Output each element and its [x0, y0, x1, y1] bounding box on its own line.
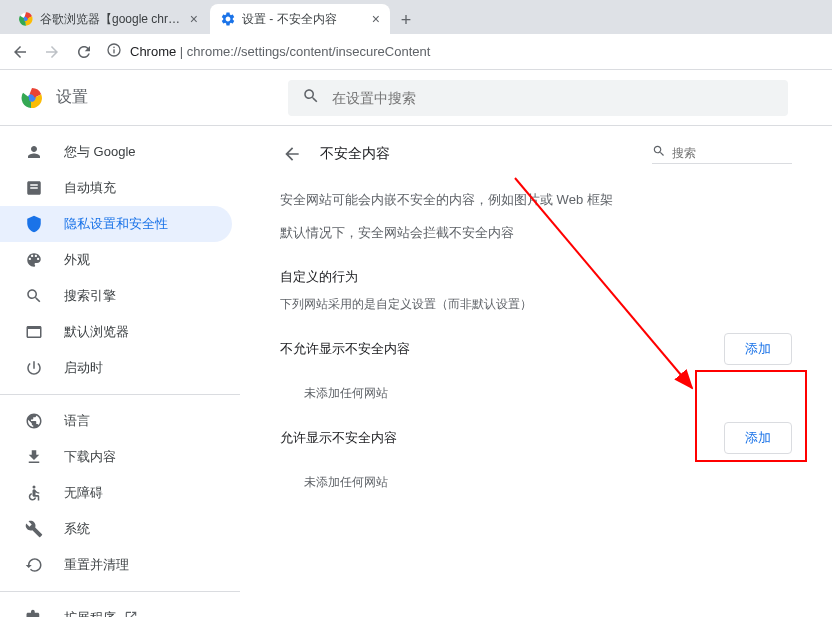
- tab-title: 设置 - 不安全内容: [242, 11, 366, 28]
- tab-title: 谷歌浏览器【google chrome】: [40, 11, 184, 28]
- block-empty-text: 未添加任何网站: [304, 385, 792, 402]
- content-search-input[interactable]: [672, 146, 792, 160]
- main-content: 不安全内容 安全网站可能会内嵌不安全的内容，例如图片或 Web 框架 默认情况下…: [240, 126, 832, 617]
- sidebar-item-label: 自动填充: [64, 179, 116, 197]
- allow-label: 允许显示不安全内容: [280, 429, 397, 447]
- search-icon: [652, 144, 666, 161]
- description-1: 安全网站可能会内嵌不安全的内容，例如图片或 Web 框架: [280, 190, 792, 211]
- sidebar-item-label: 下载内容: [64, 448, 116, 466]
- sidebar-item-reset[interactable]: 重置并清理: [0, 547, 232, 583]
- sidebar-item-label: 重置并清理: [64, 556, 129, 574]
- toolbar: Chrome | chrome://settings/content/insec…: [0, 34, 832, 70]
- globe-icon: [24, 411, 44, 431]
- chrome-icon: [18, 11, 34, 27]
- search-icon: [302, 87, 320, 108]
- svg-point-7: [33, 486, 36, 489]
- omnibox[interactable]: Chrome | chrome://settings/content/insec…: [106, 38, 822, 66]
- close-icon[interactable]: ×: [372, 11, 380, 27]
- power-icon: [24, 358, 44, 378]
- svg-point-3: [113, 47, 115, 49]
- tab-2[interactable]: 设置 - 不安全内容 ×: [210, 4, 390, 34]
- sidebar-item-accessibility[interactable]: 无障碍: [0, 475, 232, 511]
- page-title: 设置: [56, 87, 88, 108]
- sidebar-item-label: 启动时: [64, 359, 103, 377]
- shield-icon: [24, 214, 44, 234]
- sidebar-item-autofill[interactable]: 自动填充: [0, 170, 232, 206]
- wrench-icon: [24, 519, 44, 539]
- sidebar-item-label: 扩展程序: [64, 609, 116, 617]
- gear-icon: [220, 11, 236, 27]
- content-search[interactable]: [652, 144, 792, 164]
- sidebar-item-label: 语言: [64, 412, 90, 430]
- sidebar-item-label: 外观: [64, 251, 90, 269]
- divider: [0, 591, 240, 592]
- sidebar: 您与 Google自动填充隐私设置和安全性外观搜索引擎默认浏览器启动时 语言下载…: [0, 126, 240, 617]
- sidebar-item-label: 系统: [64, 520, 90, 538]
- add-allow-button[interactable]: 添加: [724, 422, 792, 454]
- external-link-icon: [124, 610, 138, 618]
- divider: [0, 394, 240, 395]
- reload-button[interactable]: [70, 38, 98, 66]
- omnibox-host: Chrome: [130, 44, 176, 59]
- chrome-logo-icon: [20, 86, 44, 110]
- custom-section-title: 自定义的行为: [280, 268, 792, 286]
- tab-bar: 谷歌浏览器【google chrome】 × 设置 - 不安全内容 × +: [0, 0, 832, 34]
- sidebar-item-search-engine[interactable]: 搜索引擎: [0, 278, 232, 314]
- palette-icon: [24, 250, 44, 270]
- tab-1[interactable]: 谷歌浏览器【google chrome】 ×: [8, 4, 208, 34]
- site-info-icon[interactable]: [106, 42, 122, 61]
- sidebar-item-system[interactable]: 系统: [0, 511, 232, 547]
- back-button[interactable]: [6, 38, 34, 66]
- header-search-input[interactable]: [332, 90, 774, 106]
- accessibility-icon: [24, 483, 44, 503]
- description-2: 默认情况下，安全网站会拦截不安全内容: [280, 223, 792, 244]
- sidebar-item-default-browser[interactable]: 默认浏览器: [0, 314, 232, 350]
- forward-button[interactable]: [38, 38, 66, 66]
- restore-icon: [24, 555, 44, 575]
- autofill-icon: [24, 178, 44, 198]
- person-icon: [24, 142, 44, 162]
- app-header: 设置: [0, 70, 832, 126]
- sidebar-item-you-google[interactable]: 您与 Google: [0, 134, 232, 170]
- download-icon: [24, 447, 44, 467]
- extension-icon: [24, 608, 44, 617]
- sidebar-item-downloads[interactable]: 下载内容: [0, 439, 232, 475]
- sidebar-item-startup[interactable]: 启动时: [0, 350, 232, 386]
- header-search[interactable]: [288, 80, 788, 116]
- search-icon: [24, 286, 44, 306]
- sidebar-item-extensions[interactable]: 扩展程序: [0, 600, 232, 617]
- svg-rect-4: [113, 49, 114, 53]
- omnibox-url: chrome://settings/content/insecureConten…: [187, 44, 431, 59]
- sidebar-item-label: 您与 Google: [64, 143, 136, 161]
- sidebar-item-appearance[interactable]: 外观: [0, 242, 232, 278]
- sidebar-item-privacy[interactable]: 隐私设置和安全性: [0, 206, 232, 242]
- allow-empty-text: 未添加任何网站: [304, 474, 792, 491]
- sidebar-item-language[interactable]: 语言: [0, 403, 232, 439]
- block-label: 不允许显示不安全内容: [280, 340, 410, 358]
- new-tab-button[interactable]: +: [392, 6, 420, 34]
- sidebar-item-label: 隐私设置和安全性: [64, 215, 168, 233]
- sidebar-item-label: 默认浏览器: [64, 323, 129, 341]
- content-title: 不安全内容: [320, 145, 636, 163]
- close-icon[interactable]: ×: [190, 11, 198, 27]
- sidebar-item-label: 搜索引擎: [64, 287, 116, 305]
- add-block-button[interactable]: 添加: [724, 333, 792, 365]
- custom-section-sub: 下列网站采用的是自定义设置（而非默认设置）: [280, 296, 792, 313]
- browser-icon: [24, 322, 44, 342]
- content-back-button[interactable]: [280, 142, 304, 166]
- sidebar-item-label: 无障碍: [64, 484, 103, 502]
